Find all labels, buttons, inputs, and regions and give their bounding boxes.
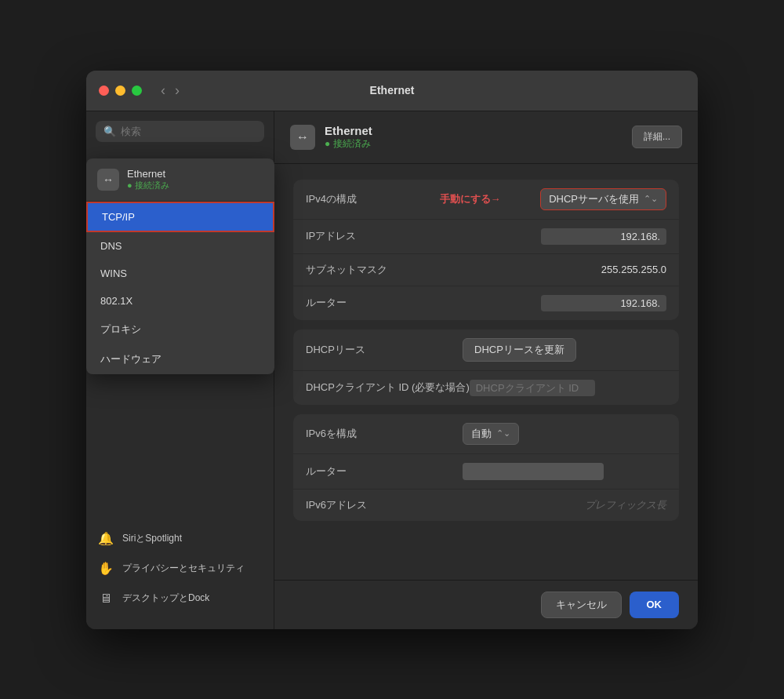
desktop-icon: 🖥 — [97, 590, 114, 607]
traffic-lights — [99, 86, 142, 96]
panel-network-info: Ethernet ● 接続済み — [325, 124, 372, 151]
dhcp-select[interactable]: DHCPサーバを使用 ⌃⌄ — [540, 188, 666, 210]
ipv6-chevron-icon: ⌃⌄ — [496, 428, 510, 439]
desktop-label: デスクトップとDock — [122, 592, 209, 605]
ok-button[interactable]: OK — [630, 592, 680, 618]
form-area: IPv4の構成 手動にする→ DHCPサーバを使用 ⌃⌄ IPアドレス — [274, 164, 698, 580]
manual-hint: 手動にする→ — [400, 192, 540, 206]
menu-item-dns[interactable]: DNS — [86, 232, 274, 260]
router6-label: ルーター — [306, 464, 463, 479]
right-panel: ↔ Ethernet ● 接続済み 詳細... IPv4の構成 手動にする→ D… — [274, 111, 698, 629]
subnet-row: サブネットマスク 255.255.255.0 — [293, 254, 679, 286]
window-title: Ethernet — [370, 84, 415, 96]
ipv4-row: IPv4の構成 手動にする→ DHCPサーバを使用 ⌃⌄ — [293, 180, 679, 220]
prefix-label: プレフィックス長 — [463, 498, 666, 512]
dhcp-chevron-icon: ⌃⌄ — [644, 194, 658, 204]
ipv6-select-label: 自動 — [471, 427, 492, 441]
popup-ethernet-icon: ↔ — [97, 169, 119, 191]
cancel-button[interactable]: キャンセル — [541, 592, 622, 618]
siri-icon: 🔔 — [97, 530, 114, 548]
back-button[interactable]: ‹ — [158, 82, 169, 99]
nav-buttons: ‹ › — [158, 82, 183, 99]
privacy-label: プライバシーとセキュリティ — [122, 562, 245, 575]
maximize-button[interactable] — [132, 86, 142, 96]
popup-header: ↔ Ethernet ● 接続済み — [86, 158, 274, 202]
ipv4-label: IPv4の構成 — [306, 192, 400, 206]
panel-network-status: ● 接続済み — [325, 137, 372, 151]
siri-label: SiriとSpotlight — [122, 532, 182, 545]
router-input[interactable] — [541, 295, 666, 311]
main-window: ‹ › Ethernet 🔍 ↔ Ethernet ● 接続済み ↔ — [86, 71, 698, 629]
dhcp-client-row: DHCPクライアント ID (必要な場合) — [293, 371, 679, 405]
panel-ethernet-icon: ↔ — [290, 125, 315, 150]
router-label: ルーター — [306, 296, 463, 310]
router6-input[interactable] — [463, 463, 604, 480]
panel-footer: キャンセル OK — [274, 580, 698, 629]
subnet-value: 255.255.255.0 — [463, 264, 666, 275]
ipv6-row: IPv6を構成 自動 ⌃⌄ — [293, 414, 679, 454]
sidebar-bottom: 🔔 SiriとSpotlight ✋ プライバシーとセキュリティ 🖥 デスクトッ… — [86, 524, 274, 629]
sidebar-item-desktop[interactable]: 🖥 デスクトップとDock — [86, 584, 274, 613]
minimize-button[interactable] — [115, 86, 125, 96]
router-value-container — [463, 295, 666, 311]
panel-network-name: Ethernet — [325, 124, 372, 137]
detail-button[interactable]: 詳細... — [632, 126, 682, 148]
ipv6-section: IPv6を構成 自動 ⌃⌄ ルーター IPv6アドレス プレフィックス長 — [293, 414, 679, 521]
popup-menu: ↔ Ethernet ● 接続済み TCP/IP DNS WINS 802.1X… — [86, 158, 274, 374]
ip-row: IPアドレス — [293, 220, 679, 254]
subnet-label: サブネットマスク — [306, 263, 463, 277]
ipv6addr-label: IPv6アドレス — [306, 498, 463, 512]
search-icon: 🔍 — [103, 126, 116, 137]
close-button[interactable] — [99, 86, 109, 96]
dhcp-client-input[interactable] — [470, 380, 595, 396]
dhcp-lease-row: DHCPリース DHCPリースを更新 — [293, 329, 679, 371]
dhcp-section: DHCPリース DHCPリースを更新 DHCPクライアント ID (必要な場合) — [293, 329, 679, 405]
dhcp-lease-label: DHCPリース — [306, 343, 463, 357]
ipv4-section: IPv4の構成 手動にする→ DHCPサーバを使用 ⌃⌄ IPアドレス — [293, 180, 679, 320]
panel-header: ↔ Ethernet ● 接続済み 詳細... — [274, 111, 698, 164]
ip-label: IPアドレス — [306, 229, 463, 243]
menu-item-wins[interactable]: WINS — [86, 260, 274, 287]
router-row: ルーター — [293, 286, 679, 320]
dhcp-client-label: DHCPクライアント ID (必要な場合) — [306, 380, 470, 395]
menu-item-tcpip[interactable]: TCP/IP — [86, 202, 274, 232]
router6-row: ルーター — [293, 454, 679, 490]
privacy-icon: ✋ — [97, 560, 114, 577]
panel-header-left: ↔ Ethernet ● 接続済み — [290, 124, 372, 151]
popup-network-name: Ethernet — [127, 168, 169, 180]
popup-network-status: ● 接続済み — [127, 180, 169, 191]
menu-item-proxy[interactable]: プロキシ — [86, 315, 274, 344]
ip-input[interactable] — [541, 228, 666, 245]
main-content: 🔍 ↔ Ethernet ● 接続済み ↔ Ethernet ● 接続済み — [86, 111, 698, 629]
search-bar[interactable]: 🔍 — [96, 121, 264, 142]
sidebar-item-siri[interactable]: 🔔 SiriとSpotlight — [86, 524, 274, 554]
forward-button[interactable]: › — [172, 82, 183, 99]
menu-item-hardware[interactable]: ハードウェア — [86, 344, 274, 374]
menu-item-8021x[interactable]: 802.1X — [86, 287, 274, 315]
titlebar: ‹ › Ethernet — [86, 71, 698, 111]
ipv6-label: IPv6を構成 — [306, 427, 463, 441]
ipv6addr-row: IPv6アドレス プレフィックス長 — [293, 490, 679, 521]
search-input[interactable] — [121, 126, 256, 137]
ip-value-container — [463, 228, 666, 245]
sidebar-item-privacy[interactable]: ✋ プライバシーとセキュリティ — [86, 554, 274, 584]
ipv6-select[interactable]: 自動 ⌃⌄ — [463, 423, 519, 445]
dhcp-select-label: DHCPサーバを使用 — [549, 192, 639, 206]
dhcp-renew-button[interactable]: DHCPリースを更新 — [463, 338, 576, 362]
sidebar: 🔍 ↔ Ethernet ● 接続済み ↔ Ethernet ● 接続済み — [86, 111, 274, 629]
